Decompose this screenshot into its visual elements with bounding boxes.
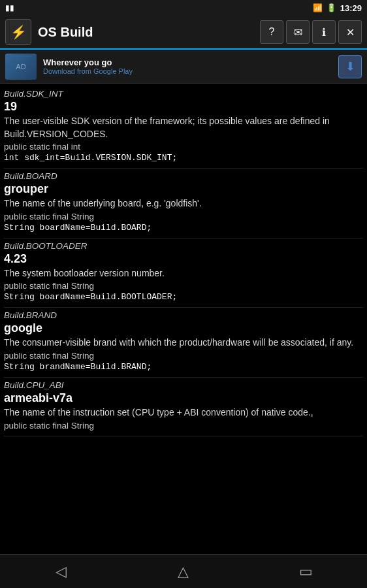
brand-description: The consumer-visible brand with which th… xyxy=(4,336,363,350)
ad-subtitle: Download from Google Play xyxy=(43,67,332,75)
board-field-name: Build.BOARD xyxy=(4,171,363,181)
bootloader-value: 4.23 xyxy=(4,252,363,266)
section-cpu-abi: Build.CPU_ABI armeabi-v7a The name of th… xyxy=(4,380,363,436)
nav-bar: ◁ △ ▭ xyxy=(0,554,367,588)
recent-button[interactable]: ▭ xyxy=(286,559,325,585)
brand-type: public static final String xyxy=(4,351,363,361)
back-button[interactable]: ◁ xyxy=(42,559,81,585)
brand-value: google xyxy=(4,321,363,335)
bootloader-code: String boardName=Build.BOOTLOADER; xyxy=(4,292,363,302)
ad-banner: AD Wherever you go Download from Google … xyxy=(0,50,367,84)
app-title: OS Build xyxy=(38,25,260,40)
section-board: Build.BOARD grouper The name of the unde… xyxy=(4,171,363,238)
cpu-abi-type: public static final String xyxy=(4,421,363,431)
ad-title: Wherever you go xyxy=(43,57,332,67)
board-description: The name of the underlying board, e.g. '… xyxy=(4,197,363,210)
bootloader-type: public static final String xyxy=(4,281,363,291)
cpu-abi-description: The name of the instruction set (CPU typ… xyxy=(4,406,363,419)
board-code: String boardName=Build.BOARD; xyxy=(4,223,363,233)
content-area[interactable]: Build.SDK_INT 19 The user-visible SDK ve… xyxy=(0,84,367,554)
status-left: ▮▮ xyxy=(5,3,14,12)
bootloader-field-name: Build.BOOTLOADER xyxy=(4,241,363,251)
mail-button[interactable]: ✉ xyxy=(286,20,310,44)
section-bootloader: Build.BOOTLOADER 4.23 The system bootloa… xyxy=(4,241,363,308)
section-sdk-int: Build.SDK_INT 19 The user-visible SDK ve… xyxy=(4,89,363,169)
help-button[interactable]: ? xyxy=(260,20,283,44)
notification-icon: ▮▮ xyxy=(5,3,14,12)
sdk-int-field-name: Build.SDK_INT xyxy=(4,89,363,99)
status-right: 📶 🔋 13:29 xyxy=(313,3,362,13)
board-type: public static final String xyxy=(4,212,363,221)
close-button[interactable]: ✕ xyxy=(338,20,362,44)
home-button[interactable]: △ xyxy=(164,559,203,585)
app-icon: ⚡ xyxy=(5,19,31,45)
ad-download-button[interactable]: ⬇ xyxy=(338,55,362,78)
brand-field-name: Build.BRAND xyxy=(4,310,363,320)
ad-text: Wherever you go Download from Google Pla… xyxy=(43,57,332,75)
app-icon-symbol: ⚡ xyxy=(10,24,27,40)
sdk-int-code: int sdk_int=Build.VERSION.SDK_INT; xyxy=(4,153,363,163)
wifi-icon: 📶 xyxy=(313,3,323,12)
time-display: 13:29 xyxy=(340,3,362,13)
board-value: grouper xyxy=(4,182,363,196)
info-button[interactable]: ℹ xyxy=(312,20,336,44)
battery-icon: 🔋 xyxy=(327,3,336,12)
sdk-int-type: public static final int xyxy=(4,142,363,152)
title-bar: ⚡ OS Build ? ✉ ℹ ✕ xyxy=(0,16,367,50)
status-bar: ▮▮ 📶 🔋 13:29 xyxy=(0,0,367,16)
title-buttons: ? ✉ ℹ ✕ xyxy=(260,20,362,44)
brand-code: String brandName=Build.BRAND; xyxy=(4,362,363,372)
cpu-abi-field-name: Build.CPU_ABI xyxy=(4,380,363,390)
cpu-abi-value: armeabi-v7a xyxy=(4,391,363,405)
section-brand: Build.BRAND google The consumer-visible … xyxy=(4,310,363,378)
ad-thumbnail: AD xyxy=(5,54,37,80)
sdk-int-value: 19 xyxy=(4,100,363,114)
sdk-int-description: The user-visible SDK version of the fram… xyxy=(4,115,363,140)
bootloader-description: The system bootloader version number. xyxy=(4,267,363,280)
